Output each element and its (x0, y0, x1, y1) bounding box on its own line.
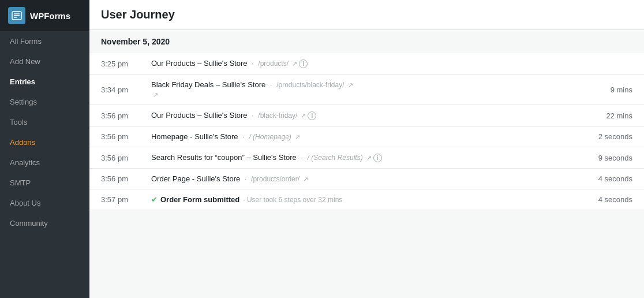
table-row: 3:56 pmSearch Results for “coupon” – Sul… (89, 147, 644, 169)
page-title: User Journey (101, 8, 632, 21)
sidebar-item-smtp[interactable]: SMTP (0, 173, 89, 193)
info-icon[interactable]: i (308, 111, 316, 120)
page-cell: Our Products – Sullie's Store · /black-f… (140, 105, 551, 126)
page-url: /black-friday/ (258, 111, 297, 120)
sidebar-item-entries[interactable]: Entries (0, 72, 89, 92)
sidebar-nav: All FormsAdd NewEntriesSettingsToolsAddo… (0, 31, 89, 233)
external-link-icon-2[interactable]: ↗ (153, 91, 158, 98)
table-row: 3:25 pmOur Products – Sullie's Store · /… (89, 53, 644, 74)
sidebar-item-add-new[interactable]: Add New (0, 51, 89, 72)
table-row: 3:34 pmBlack Friday Deals – Sullie's Sto… (89, 74, 644, 105)
external-link-icon[interactable]: ↗ (365, 154, 372, 161)
sidebar-item-all-forms[interactable]: All Forms (0, 31, 89, 51)
table-row: 3:57 pm✔Order Form submitted· User took … (89, 189, 644, 210)
time-cell: 3:25 pm (89, 53, 140, 74)
separator: · (242, 174, 249, 183)
sidebar-item-addons[interactable]: Addons (0, 132, 89, 152)
info-icon[interactable]: i (299, 59, 308, 68)
time-cell: 3:56 pm (89, 126, 140, 147)
page-cell: Search Results for “coupon” – Sullie's S… (140, 147, 551, 169)
page-url: /products/black-friday/ (276, 81, 344, 89)
duration-cell: 4 seconds (551, 169, 644, 189)
table-row: 3:56 pmOrder Page - Sullie's Store · /pr… (89, 169, 644, 189)
separator: · (268, 80, 274, 89)
page-header: User Journey (89, 0, 644, 30)
page-cell: Homepage - Sullie's Store · / (Homepage)… (140, 126, 551, 147)
page-url: /products/ (258, 59, 289, 68)
page-cell: Order Page - Sullie's Store · /products/… (140, 169, 551, 189)
time-cell: 3:56 pm (89, 105, 140, 126)
page-title-text: Our Products – Sullie's Store (151, 59, 248, 68)
journey-table: 3:25 pmOur Products – Sullie's Store · /… (89, 53, 644, 210)
sidebar-item-settings[interactable]: Settings (0, 92, 89, 112)
page-cell: Black Friday Deals – Sullie's Store · /p… (140, 74, 551, 105)
page-url: / (Homepage) (249, 133, 291, 141)
sidebar: WPForms All FormsAdd NewEntriesSettingsT… (0, 0, 89, 298)
page-title-text: Search Results for “coupon” – Sullie's S… (151, 153, 297, 162)
external-link-icon[interactable]: ↗ (290, 60, 297, 67)
sidebar-item-community[interactable]: Community (0, 213, 89, 233)
submitted-sub: · User took 6 steps over 32 mins (243, 196, 342, 204)
separator: · (249, 59, 256, 68)
info-icon[interactable]: i (373, 154, 382, 162)
page-title-text: Order Page - Sullie's Store (151, 174, 240, 183)
duration-cell: 2 seconds (551, 126, 644, 147)
time-cell: 3:57 pm (89, 189, 140, 210)
time-cell: 3:56 pm (89, 169, 140, 189)
table-row: 3:56 pmOur Products – Sullie's Store · /… (89, 105, 644, 126)
page-title-text: Black Friday Deals – Sullie's Store (151, 80, 265, 89)
separator: · (299, 153, 305, 162)
sidebar-item-analytics[interactable]: Analytics (0, 152, 89, 173)
check-icon: ✔ (151, 195, 158, 204)
duration-cell: 9 mins (551, 74, 644, 105)
duration-cell: 9 seconds (551, 147, 644, 169)
duration-cell: 22 mins (551, 105, 644, 126)
submitted-label: Order Form submitted (160, 195, 239, 204)
sidebar-logo[interactable]: WPForms (0, 0, 89, 31)
date-header: November 5, 2020 (89, 30, 644, 53)
external-link-icon[interactable]: ↗ (299, 112, 306, 119)
duration-cell: 4 seconds (551, 189, 644, 210)
page-url: / (Search Results) (308, 154, 363, 162)
separator: · (249, 111, 256, 120)
sidebar-item-tools[interactable]: Tools (0, 112, 89, 132)
separator: · (241, 132, 247, 141)
page-title-text: Homepage - Sullie's Store (151, 132, 238, 141)
external-link-icon[interactable]: ↗ (346, 81, 353, 88)
time-cell: 3:56 pm (89, 147, 140, 169)
external-link-icon[interactable]: ↗ (293, 133, 300, 140)
page-cell: ✔Order Form submitted· User took 6 steps… (140, 189, 551, 210)
page-title-text: Our Products – Sullie's Store (151, 111, 248, 120)
page-url: /products/order/ (251, 175, 299, 183)
time-cell: 3:34 pm (89, 74, 140, 105)
sidebar-item-about-us[interactable]: About Us (0, 193, 89, 213)
duration-cell (551, 53, 644, 74)
sidebar-logo-text: WPForms (30, 11, 70, 21)
external-link-icon[interactable]: ↗ (301, 176, 308, 182)
page-cell: Our Products – Sullie's Store · /product… (140, 53, 551, 74)
table-row: 3:56 pmHomepage - Sullie's Store · / (Ho… (89, 126, 644, 147)
wpforms-logo-icon (8, 7, 25, 24)
content-area: November 5, 2020 3:25 pmOur Products – S… (89, 30, 644, 298)
main-content: User Journey November 5, 2020 3:25 pmOur… (89, 0, 644, 298)
